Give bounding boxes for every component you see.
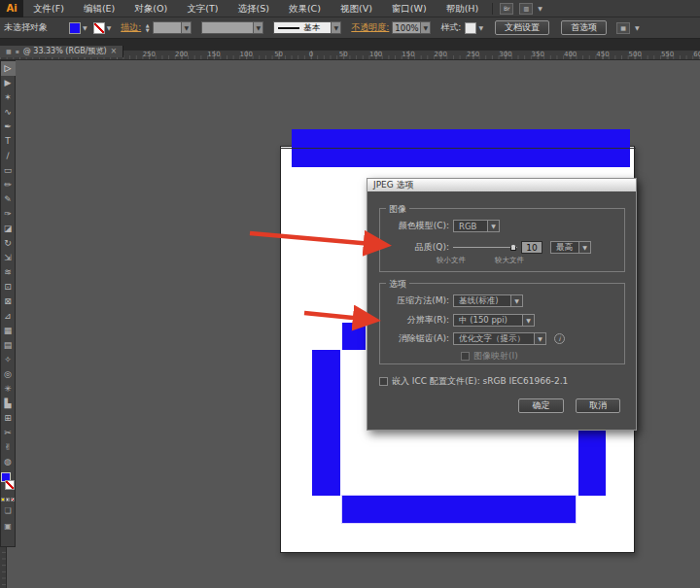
workspace-switcher-icon[interactable]: ▥ [519,3,533,15]
pen-tool[interactable]: ✒ [1,120,16,134]
none-button[interactable] [11,498,15,502]
eraser-tool[interactable]: ◪ [1,222,16,236]
style-swatch[interactable] [465,22,476,34]
bridge-icon[interactable]: Br [500,3,513,15]
quality-value-input[interactable]: 10 [521,241,542,254]
slider-track[interactable] [453,247,517,248]
stroke-weight-label[interactable]: 描边: [121,21,141,34]
opacity-label[interactable]: 不透明度: [351,21,389,34]
zoom-tool[interactable]: ◍ [1,455,16,469]
slider-thumb[interactable] [510,244,516,251]
fill-stroke-indicator[interactable] [0,471,16,497]
drawing-modes-icon[interactable]: ❏ [1,503,16,517]
ruler-tick: 50 [339,51,348,58]
imagemap-checkbox[interactable] [461,352,470,361]
profile-chevron-icon[interactable]: ▼ [332,21,341,34]
compression-dropdown[interactable]: 基线(标准) ▼ [453,294,523,307]
preferences-button[interactable]: 首选项 [561,20,607,35]
paintbrush-tool[interactable]: ✏ [1,178,16,192]
blue-bar-left[interactable] [312,350,340,496]
cancel-button[interactable]: 取消 [576,398,620,413]
chevron-down-icon[interactable]: ▼ [578,242,590,253]
color-button[interactable] [1,498,5,502]
variable-width-profile-dropdown[interactable]: 基本 [273,21,332,34]
gradient-button[interactable] [6,498,10,502]
info-icon[interactable]: i [554,333,565,344]
chevron-down-icon[interactable]: ▼ [538,5,542,12]
scale-tool[interactable]: ⇲ [1,251,16,265]
smaller-file-label: 较小文件 [437,256,466,265]
magic-wand-tool[interactable]: ✶ [1,90,16,105]
shape-builder-tool[interactable]: ⊠ [1,294,16,309]
brush-definition-dropdown[interactable] [201,21,254,34]
mesh-tool[interactable]: ▦ [1,324,16,338]
arrange-documents-icon[interactable]: ▦ [616,22,630,34]
menu-item-select[interactable]: 选择(S) [228,0,278,17]
stroke-chevron-icon[interactable]: ▼ [107,24,112,31]
chevron-down-icon[interactable]: ▼ [487,221,499,231]
menu-item-edit[interactable]: 编辑(E) [74,0,124,17]
lasso-tool[interactable]: ∿ [1,105,16,120]
symbol-sprayer-tool[interactable]: ✳ [1,382,16,397]
tab-doc-icon: ■ [6,48,12,54]
stroke-weight-dropdown-icon[interactable]: ▼ [182,21,192,34]
ruler-tick: 200 [435,51,447,58]
menu-item-type[interactable]: 文字(T) [177,0,228,17]
chevron-down-icon[interactable]: ▼ [534,333,545,344]
opacity-input[interactable]: 100% [392,21,421,34]
dialog-title[interactable]: JPEG 选项 [368,179,636,191]
stroke-weight-stepper[interactable]: ▲▼ [144,21,151,34]
type-tool[interactable]: T [1,134,16,149]
style-chevron-icon[interactable]: ▼ [478,24,483,31]
menu-item-help[interactable]: 帮助(H) [437,0,489,17]
stroke-color-swatch[interactable] [93,22,105,34]
menu-item-window[interactable]: 窗口(W) [382,0,437,17]
chevron-down-icon[interactable]: ▼ [510,295,522,306]
selection-tool[interactable]: ▶ [1,76,16,90]
icc-checkbox[interactable] [379,377,388,386]
quality-preset-dropdown[interactable]: 最高 ▼ [550,241,591,254]
ruler-tick: 400 [564,51,577,58]
stroke-weight-input[interactable] [153,21,182,34]
width-tool[interactable]: ≋ [1,265,16,280]
antialias-dropdown[interactable]: 优化文字（提示） ▼ [453,332,546,345]
slice-tool[interactable]: ✂ [1,426,16,440]
ok-button[interactable]: 确定 [518,398,564,413]
menu-item-file[interactable]: 文件(F) [23,0,74,17]
fill-chevron-icon[interactable]: ▼ [83,24,88,31]
arrange-chevron-icon[interactable]: ▼ [635,24,640,31]
blue-bar-bottom[interactable] [342,496,576,523]
direct-selection-tool[interactable]: ▷ [1,61,16,76]
quality-slider[interactable] [453,241,517,254]
rectangle-tool[interactable]: ▭ [1,163,16,178]
color-model-dropdown[interactable]: RGB ▼ [453,220,500,232]
resolution-dropdown[interactable]: 中 (150 ppi) ▼ [453,314,535,327]
artboard-tool[interactable]: ⊞ [1,411,16,426]
hand-tool[interactable]: ✌ [1,440,16,455]
blend-tool[interactable]: ◎ [1,367,16,382]
menu-item-object[interactable]: 对象(O) [124,0,177,17]
chevron-down-icon[interactable]: ▼ [522,315,534,326]
tab-close-icon[interactable]: × [111,47,118,55]
document-setup-button[interactable]: 文档设置 [495,20,549,35]
menu-item-effect[interactable]: 效果(C) [279,0,331,17]
blue-square-left[interactable] [342,323,366,350]
opacity-chevron-icon[interactable]: ▼ [421,21,431,34]
gradient-tool[interactable]: ▤ [1,338,16,353]
ruler-tick: 500 [629,51,642,58]
stroke-color-indicator[interactable] [5,480,15,490]
screen-mode-icon[interactable]: ▣ [1,519,16,533]
column-graph-tool[interactable]: ▙ [1,397,16,411]
line-segment-tool[interactable]: ∕ [1,149,16,163]
brush-chevron-icon[interactable]: ▼ [254,21,263,34]
rotate-tool[interactable]: ↻ [1,236,16,251]
perspective-grid-tool[interactable]: ⊿ [1,309,16,324]
menu-item-view[interactable]: 视图(V) [331,0,382,17]
control-bar: 未选择对象 ▼ ▼ 描边: ▲▼ ▼ ▼ 基本 ▼ 不透明度: 100% ▼ 样… [0,17,700,39]
blob-brush-tool[interactable]: ✑ [1,207,16,222]
document-tab[interactable]: ■ ▪ @ 33.33% (RGB/预览) × [0,46,123,57]
free-transform-tool[interactable]: ⊡ [1,280,16,294]
eyedropper-tool[interactable]: ✧ [1,353,16,367]
pencil-tool[interactable]: ✎ [1,192,16,207]
fill-color-swatch[interactable] [69,22,81,34]
